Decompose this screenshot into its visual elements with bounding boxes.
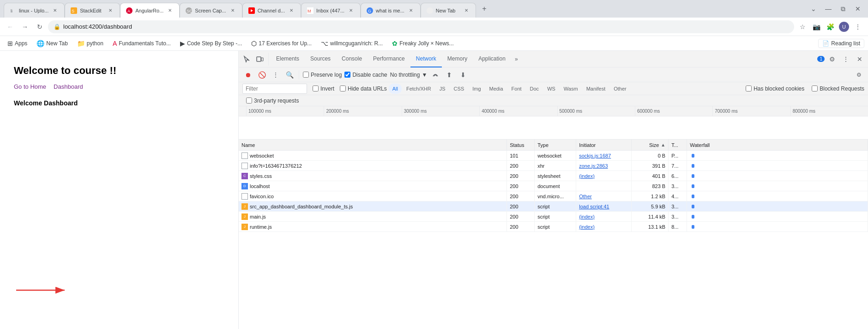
tab-whatisme[interactable]: G what is me... ✕ [361, 3, 421, 18]
network-row-dashboard-module[interactable]: J src_app_dashboard_dashboard_module_ts.… [239, 201, 868, 212]
network-row-info[interactable]: info?t=1634671376212 200 xhr zone.js:286… [239, 161, 868, 171]
extensions-button[interactable]: 🧩 [824, 20, 837, 33]
cell-initiator-runtimejs[interactable]: (index) [576, 222, 632, 232]
network-settings-button[interactable]: ⚙ [853, 69, 864, 80]
network-row-favicon[interactable]: favicon.ico 200 vnd.micro... Other 1.2 k… [239, 191, 868, 201]
bookmark-github[interactable]: ⌥ willmcgugan/rich: R... [317, 39, 386, 48]
filter-manifest[interactable]: Manifest [583, 84, 609, 94]
bookmark-codestep[interactable]: ▶ Code Step By Step -... [176, 39, 246, 48]
disable-cache-input[interactable] [344, 72, 350, 78]
tab-close-channel[interactable]: ✕ [288, 7, 295, 14]
third-party-input[interactable] [246, 97, 252, 104]
tab-angular[interactable]: A AngularRo... ✕ [120, 3, 180, 18]
restore-button[interactable]: ⧉ [837, 2, 850, 15]
device-toggle-button[interactable] [253, 53, 266, 66]
tab-close-linux[interactable]: ✕ [51, 7, 59, 14]
preserve-log-checkbox[interactable]: Preserve log [303, 72, 342, 78]
screenshot-button[interactable]: 📷 [810, 20, 823, 33]
go-to-home-link[interactable]: Go to Home [14, 83, 46, 90]
filter-doc[interactable]: Doc [526, 84, 543, 94]
filter-icon-button[interactable]: ⋮ [270, 69, 281, 80]
col-header-name[interactable]: Name [239, 140, 507, 150]
minimize-button[interactable]: — [822, 2, 835, 15]
cell-initiator-websocket[interactable]: sockjs.js:1687 [576, 151, 632, 160]
bookmark-fundamentals[interactable]: A Fundamentals Tuto... [109, 39, 175, 48]
reading-list-button[interactable]: 📄 Reading list [818, 39, 864, 48]
filter-js[interactable]: JS [436, 84, 449, 94]
invert-input[interactable] [313, 85, 319, 91]
col-header-status[interactable]: Status [507, 140, 535, 150]
forward-button[interactable]: → [18, 20, 31, 33]
profile-button[interactable]: U [838, 20, 850, 33]
blocked-requests-input[interactable] [812, 85, 818, 91]
filter-ws[interactable]: WS [543, 84, 559, 94]
tab-search-button[interactable]: ⌄ [807, 2, 820, 15]
hide-data-urls-input[interactable] [340, 85, 346, 91]
network-row-websocket[interactable]: websocket 101 websocket sockjs.js:1687 0… [239, 151, 868, 161]
filter-media[interactable]: Media [486, 84, 507, 94]
bookmark-newtab[interactable]: 🌐 New Tab [33, 39, 71, 48]
export-har-button[interactable]: ⬇ [458, 69, 469, 80]
col-header-waterfall[interactable]: Waterfall [687, 140, 868, 150]
hide-data-urls-checkbox[interactable]: Hide data URLs [340, 85, 387, 92]
network-row-styles[interactable]: C styles.css 200 stylesheet (index) 401 … [239, 171, 868, 181]
tab-linux[interactable]: li linux - Uplo... ✕ [4, 3, 65, 18]
filter-img[interactable]: Img [469, 84, 484, 94]
preserve-log-input[interactable] [303, 72, 309, 78]
element-selector-button[interactable] [241, 53, 253, 66]
has-blocked-cookies-input[interactable] [746, 85, 752, 91]
invert-checkbox[interactable]: Invert [313, 85, 334, 92]
dt-tab-network[interactable]: Network [410, 51, 442, 67]
filter-all[interactable]: All [389, 84, 402, 94]
back-button[interactable]: ← [4, 20, 17, 33]
tab-close-newtab[interactable]: ✕ [463, 7, 470, 14]
devtools-close-button[interactable]: ✕ [853, 53, 866, 66]
dt-tab-more-button[interactable]: » [511, 51, 522, 67]
blocked-requests-option[interactable]: Blocked Requests [812, 85, 864, 92]
network-row-runtimejs[interactable]: J runtime.js 200 script (index) 13.1 kB … [239, 222, 868, 232]
tab-inbox[interactable]: M Inbox (447... ✕ [301, 3, 361, 18]
tab-close-inbox[interactable]: ✕ [347, 7, 355, 14]
filter-font[interactable]: Font [508, 84, 525, 94]
devtools-more-button[interactable]: ⋮ [839, 53, 852, 66]
dt-tab-sources[interactable]: Sources [305, 51, 336, 67]
devtools-settings-button[interactable]: ⚙ [826, 53, 838, 66]
tab-stackedit[interactable]: S StackEdit ✕ [65, 3, 120, 18]
cell-initiator-styles[interactable]: (index) [576, 171, 632, 181]
has-blocked-cookies-option[interactable]: Has blocked cookies [746, 85, 804, 92]
reload-button[interactable]: ↻ [33, 20, 46, 33]
cell-initiator-dashboard-module[interactable]: load script:41 [576, 201, 632, 211]
disable-cache-checkbox[interactable]: Disable cache [344, 72, 387, 78]
bookmark-python[interactable]: 📁 python [73, 39, 107, 48]
dt-tab-application[interactable]: Application [473, 51, 511, 67]
filter-wasm[interactable]: Wasm [560, 84, 582, 94]
menu-button[interactable]: ⋮ [851, 20, 864, 33]
tab-channel[interactable]: Channel d... ✕ [242, 3, 301, 18]
bookmark-freakyjolly[interactable]: ✿ Freaky Jolly × News... [388, 39, 458, 48]
tab-close-stackedit[interactable]: ✕ [107, 7, 114, 14]
filter-input[interactable] [242, 84, 307, 94]
col-header-size[interactable]: Size ▲ [632, 140, 669, 150]
filter-css[interactable]: CSS [450, 84, 468, 94]
col-header-initiator[interactable]: Initiator [576, 140, 632, 150]
clear-button[interactable]: 🚫 [256, 69, 267, 80]
dt-tab-console[interactable]: Console [336, 51, 368, 67]
filter-other[interactable]: Other [610, 84, 630, 94]
close-button[interactable]: ✕ [851, 2, 864, 15]
col-header-type[interactable]: Type [535, 140, 576, 150]
cell-initiator-info[interactable]: zone.js:2863 [576, 161, 632, 171]
tab-close-screencap[interactable]: ✕ [229, 7, 236, 14]
dt-tab-memory[interactable]: Memory [442, 51, 473, 67]
tab-close-angular[interactable]: ✕ [166, 7, 174, 14]
tab-screencap[interactable]: SC Screen Cap... ✕ [180, 3, 242, 18]
address-bar[interactable]: 🔒 localhost:4200/dashboard [48, 20, 794, 33]
new-tab-button[interactable]: + [478, 2, 491, 15]
network-conditions-button[interactable] [430, 69, 441, 80]
cell-initiator-mainjs[interactable]: (index) [576, 212, 632, 221]
import-har-button[interactable]: ⬆ [444, 69, 455, 80]
third-party-checkbox[interactable]: 3rd-party requests [246, 97, 299, 104]
dashboard-link[interactable]: Dashboard [54, 83, 83, 90]
network-row-mainjs[interactable]: J main.js 200 script (index) 11.4 kB 3..… [239, 212, 868, 222]
record-stop-button[interactable]: ⏺ [242, 69, 253, 80]
bookmark-17exercises[interactable]: ⬡ 17 Exercises for Up... [247, 39, 315, 48]
